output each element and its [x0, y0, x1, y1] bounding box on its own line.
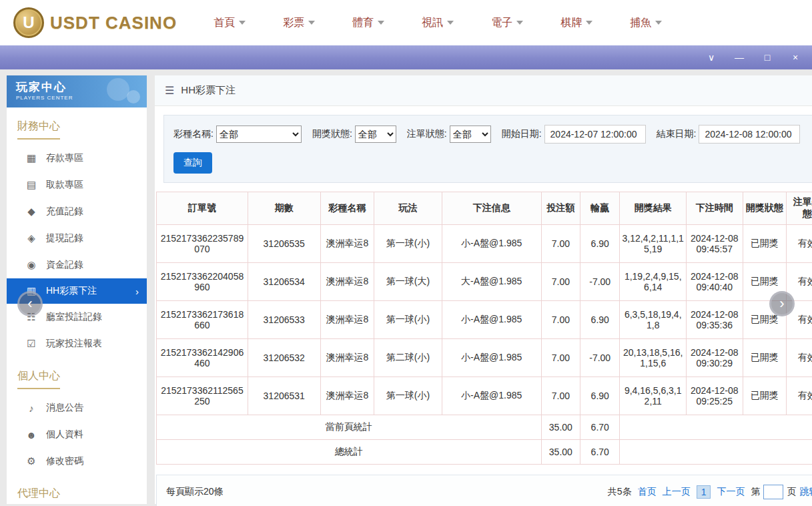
draw-status-select[interactable]: 全部: [355, 125, 396, 143]
cell-bet-info: 小-A盤@1.985: [442, 301, 541, 339]
section-title-finance: 財務中心: [17, 119, 147, 140]
col-bet-time: 下注時間: [687, 192, 743, 225]
deposit-icon: ▦: [25, 152, 37, 164]
collapse-button[interactable]: ∨: [705, 53, 717, 62]
main-nav: 首頁 彩票 體育 視訊 電子 棋牌 捕魚: [214, 16, 662, 30]
chevron-left-icon: ‹: [27, 295, 32, 312]
cell-bet-time: 2024-12-08 09:45:57: [687, 225, 743, 263]
sidebar-header: 玩家中心 PLAYERS CENTER: [7, 75, 147, 107]
sidebar-item-recharge-record[interactable]: ◆ 充值記錄: [7, 198, 147, 225]
hamburger-menu-icon[interactable]: ☰: [165, 84, 174, 97]
end-date-input[interactable]: [699, 125, 800, 144]
nav-label: 彩票: [283, 16, 304, 30]
page-summary-empty: [620, 415, 812, 440]
sidebar-item-deposit[interactable]: ▦ 存款專區: [7, 145, 147, 172]
maximize-button[interactable]: □: [761, 53, 773, 62]
cell-period: 31206534: [248, 263, 320, 301]
prev-page-link[interactable]: 上一页: [663, 486, 691, 498]
funds-record-icon: ◉: [25, 259, 37, 271]
cell-bet-time: 2024-12-08 09:25:25: [687, 377, 743, 415]
carousel-left-arrow[interactable]: ‹: [17, 291, 43, 316]
start-date-input[interactable]: [544, 125, 646, 144]
nav-item-live-video[interactable]: 視訊: [422, 16, 454, 30]
nav-label: 首頁: [214, 16, 235, 30]
sidebar-item-profile[interactable]: ☻ 個人資料: [7, 421, 147, 448]
report-icon: ☑: [25, 338, 37, 350]
lottery-select[interactable]: 全部: [216, 125, 302, 143]
nav-item-slots[interactable]: 電子: [491, 16, 523, 30]
cell-play-type: 第一球(小): [374, 377, 442, 415]
nav-item-lottery[interactable]: 彩票: [283, 16, 315, 30]
cell-play-type: 第一球(小): [374, 225, 442, 263]
sidebar-item-withdraw-record[interactable]: ◈ 提現記錄: [7, 225, 147, 252]
carousel-right-arrow[interactable]: ›: [769, 291, 795, 316]
lottery-name-label: 彩種名稱:: [173, 128, 214, 140]
order-status-label: 注單狀態:: [407, 128, 447, 140]
cell-period: 31206531: [248, 377, 320, 415]
bell-icon: ♪: [25, 403, 37, 414]
cell-win-loss: -7.00: [580, 339, 620, 377]
cell-bet-time: 2024-12-08 09:30:29: [687, 339, 743, 377]
cell-lottery-name: 澳洲幸运8: [320, 377, 374, 415]
sidebar-item-announcements[interactable]: ♪ 消息公告: [7, 395, 147, 421]
sidebar-item-label: 個人資料: [46, 429, 83, 441]
total-summary-label: 總統計: [157, 440, 542, 465]
cell-draw-result: 6,3,5,18,19,4,1,8: [620, 301, 687, 339]
sidebar-item-label: 玩家投注報表: [46, 338, 102, 350]
nav-label: 捕魚: [630, 16, 651, 30]
nav-item-home[interactable]: 首頁: [214, 16, 246, 30]
cell-draw-result: 3,12,4,2,11,1,15,19: [620, 225, 687, 263]
sidebar-item-funds-record[interactable]: ◉ 資金記錄: [7, 252, 147, 278]
cell-bet-amount: 7.00: [541, 225, 580, 263]
sidebar: 玩家中心 PLAYERS CENTER 財務中心 ▦ 存款專區 ▤ 取款專區 ◆…: [7, 75, 147, 504]
sidebar-item-withdraw[interactable]: ▤ 取款專區: [7, 172, 147, 198]
current-page[interactable]: 1: [697, 485, 711, 499]
cell-bet-amount: 7.00: [541, 339, 580, 377]
col-draw-status: 開獎狀態: [743, 192, 786, 225]
close-button[interactable]: ×: [789, 53, 801, 62]
sidebar-item-label: 提現記錄: [46, 232, 83, 244]
sidebar-item-label: 取款專區: [46, 179, 83, 191]
sidebar-item-player-bet-report[interactable]: ☑ 玩家投注報表: [7, 330, 147, 357]
logo-text: USDT CASINO: [50, 13, 177, 33]
cell-win-loss: 6.90: [580, 301, 620, 339]
order-status-select[interactable]: 全部: [450, 125, 491, 143]
header-decoration: [127, 90, 140, 103]
nav-label: 體育: [352, 16, 374, 30]
minimize-button[interactable]: —: [733, 53, 745, 62]
nav-label: 視訊: [422, 16, 443, 30]
gear-icon: ⚙: [25, 455, 37, 467]
logo[interactable]: U USDT CASINO: [13, 7, 177, 38]
sidebar-item-label: 充值記錄: [46, 206, 83, 218]
chevron-down-icon: [378, 21, 384, 25]
logo-badge-icon: U: [13, 7, 44, 38]
nav-item-fishing[interactable]: 捕魚: [630, 16, 662, 30]
cell-lottery-name: 澳洲幸运8: [320, 225, 374, 263]
nav-item-sports[interactable]: 體育: [352, 16, 384, 30]
cell-order-no: 2152173362112565250: [157, 377, 248, 415]
page-jump-input[interactable]: [763, 485, 783, 499]
cell-draw-result: 9,4,16,5,6,3,12,11: [620, 377, 687, 415]
total-summary-win: 6.70: [580, 440, 620, 465]
cell-period: 31206535: [248, 225, 320, 263]
col-order-status: 注單狀態: [786, 192, 812, 225]
main-panel: ☰ HH彩票下注 彩種名稱: 全部 開獎狀態: 全部 注單狀態: 全部 開始日期…: [155, 75, 812, 504]
table-row: 2152173362112565250 31206531 澳洲幸运8 第一球(小…: [157, 377, 812, 415]
col-draw-result: 開獎結果: [620, 192, 687, 225]
jump-button[interactable]: 跳转: [799, 486, 812, 498]
cell-play-type: 第二球(小): [374, 339, 442, 377]
nav-item-board-games[interactable]: 棋牌: [560, 16, 592, 30]
page-summary-win: 6.70: [580, 415, 620, 440]
sidebar-item-change-password[interactable]: ⚙ 修改密碼: [7, 448, 147, 475]
pagination-bar: 每頁顯示20條 共5条 首页 上一页 1 下一页 第 页 跳转: [156, 475, 812, 506]
draw-status-label: 開獎狀態:: [312, 128, 352, 140]
cell-bet-info: 小-A盤@1.985: [442, 339, 541, 377]
section-title-personal: 個人中心: [17, 369, 147, 389]
cell-bet-amount: 7.00: [541, 301, 580, 339]
cell-bet-info: 小-A盤@1.985: [442, 377, 541, 415]
next-page-link[interactable]: 下一页: [717, 486, 745, 498]
chevron-down-icon: [447, 21, 454, 25]
cell-draw-result: 1,19,2,4,9,15,6,14: [620, 263, 687, 301]
query-button[interactable]: 查詢: [173, 152, 212, 174]
first-page-link[interactable]: 首页: [638, 486, 657, 498]
